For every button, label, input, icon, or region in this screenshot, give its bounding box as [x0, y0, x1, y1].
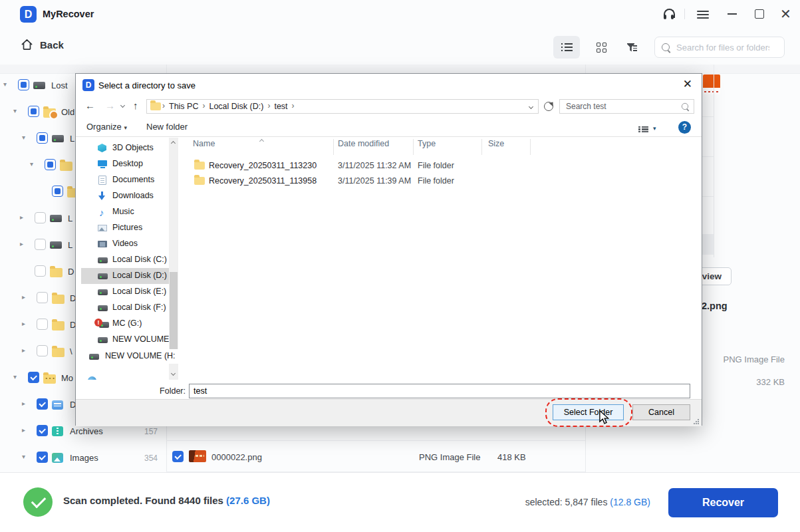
grid-view-button[interactable]: [588, 36, 614, 59]
checkbox[interactable]: [37, 452, 48, 463]
refresh-icon[interactable]: [544, 102, 553, 111]
view-options-icon[interactable]: [638, 125, 648, 134]
checkbox[interactable]: [37, 319, 48, 330]
dialog-search-input[interactable]: [565, 101, 681, 112]
tree-item[interactable]: Videos: [81, 236, 169, 252]
breadcrumb-local-disk-d[interactable]: Local Disk (D:): [209, 102, 263, 111]
dialog-close-button[interactable]: ✕: [683, 78, 692, 91]
column-header-size[interactable]: Size: [488, 139, 504, 148]
nav-forward-icon[interactable]: →: [105, 100, 115, 110]
drive-icon: [98, 257, 108, 263]
sidebar-item-label: Images: [70, 453, 98, 463]
expander-down-icon[interactable]: ▾: [22, 134, 25, 141]
checkbox[interactable]: [35, 212, 46, 223]
expander-right-icon[interactable]: ▸: [22, 347, 25, 354]
hamburger-menu-icon[interactable]: [697, 9, 709, 21]
tree-item[interactable]: MC (G:): [81, 316, 169, 332]
checkbox[interactable]: [37, 425, 48, 436]
tree-item[interactable]: Local Disk (C:): [81, 252, 169, 268]
tree-item[interactable]: Desktop: [81, 156, 169, 172]
checkbox[interactable]: [45, 159, 56, 170]
organize-menu[interactable]: Organize ▾: [86, 122, 127, 132]
expander-right-icon[interactable]: ▸: [22, 294, 25, 301]
breadcrumb-dropdown-icon[interactable]: [529, 104, 533, 109]
expander-right-icon[interactable]: ▸: [22, 427, 25, 434]
column-separator[interactable]: [333, 139, 334, 155]
search-input[interactable]: [675, 42, 771, 53]
pane-divider: [714, 65, 714, 257]
expander-down-icon[interactable]: ▾: [30, 161, 33, 168]
sidebar-item-label: Old: [61, 107, 74, 117]
column-separator[interactable]: [530, 139, 531, 155]
maximize-button[interactable]: [755, 9, 764, 19]
tree-scrollbar[interactable]: [169, 138, 178, 380]
checkbox[interactable]: [37, 398, 48, 410]
column-header-type[interactable]: Type: [418, 139, 436, 148]
sort-ascending-icon[interactable]: [259, 139, 264, 144]
close-button[interactable]: ✕: [780, 6, 791, 22]
expander-right-icon[interactable]: ▸: [22, 321, 25, 327]
tree-item-selected[interactable]: Local Disk (D:): [81, 268, 169, 284]
checkbox[interactable]: [28, 372, 39, 383]
column-header-date[interactable]: Date modified: [338, 139, 389, 148]
tree-item[interactable]: Pictures: [81, 220, 169, 236]
checkbox[interactable]: [35, 239, 46, 250]
breadcrumb-separator: ›: [162, 101, 165, 110]
list-view-button[interactable]: [553, 36, 580, 59]
help-icon[interactable]: ?: [678, 121, 691, 134]
scroll-down-icon[interactable]: [171, 371, 176, 376]
breadcrumb-bar[interactable]: › This PC › Local Disk (D:) › test ›: [146, 99, 539, 114]
checkbox[interactable]: [52, 186, 63, 197]
minimize-button[interactable]: [728, 13, 737, 15]
expander-down-icon[interactable]: ▾: [13, 374, 17, 380]
expander-right-icon[interactable]: ▸: [22, 400, 25, 407]
checkbox[interactable]: [18, 79, 29, 90]
column-header-name[interactable]: Name: [193, 139, 215, 148]
expander-down-icon[interactable]: ▾: [13, 108, 17, 114]
global-search: [654, 37, 785, 58]
expander-down-icon[interactable]: ▾: [22, 454, 25, 460]
checkbox[interactable]: [28, 106, 39, 117]
tree-item[interactable]: 3D Objects: [81, 140, 169, 156]
sidebar-item-images[interactable]: ▾ Images 354: [0, 449, 166, 466]
breadcrumb-this-pc[interactable]: This PC: [169, 102, 198, 111]
tree-item[interactable]: NEW VOLUME (H: [81, 332, 169, 348]
tree-item[interactable]: NEW VOLUME (H:: [81, 349, 188, 364]
checkbox[interactable]: [172, 451, 184, 462]
checkbox[interactable]: [35, 265, 46, 277]
tree-item[interactable]: Documents: [81, 172, 169, 188]
back-button[interactable]: Back: [20, 38, 64, 51]
select-folder-button[interactable]: Select Folder: [553, 404, 624, 420]
column-separator[interactable]: [481, 139, 482, 155]
resize-grip[interactable]: [694, 419, 699, 424]
column-separator[interactable]: [413, 139, 414, 155]
view-options-caret-icon[interactable]: ▾: [653, 125, 656, 132]
tree-item[interactable]: Local Disk (E:): [81, 284, 169, 300]
folder-name-input[interactable]: [189, 384, 690, 398]
breadcrumb-separator: ›: [202, 101, 205, 110]
breadcrumb-test[interactable]: test: [274, 102, 287, 111]
tree-item[interactable]: Local Disk (F:): [81, 300, 169, 316]
new-folder-button[interactable]: New folder: [146, 122, 188, 132]
nav-back-icon[interactable]: ←: [85, 100, 95, 110]
folder-icon: [194, 177, 205, 185]
nav-up-icon[interactable]: ↑: [133, 100, 138, 110]
expander-right-icon[interactable]: ▸: [20, 214, 23, 221]
tree-item[interactable]: Downloads: [81, 188, 169, 204]
scrollbar-thumb[interactable]: [170, 272, 178, 360]
checkbox[interactable]: [37, 132, 48, 144]
nav-history-chevron-icon[interactable]: [120, 103, 125, 108]
expander-right-icon[interactable]: ▸: [20, 241, 23, 247]
folder-clock-icon: [43, 108, 56, 118]
downloads-icon: [98, 192, 106, 201]
checkbox[interactable]: [37, 292, 48, 303]
scroll-up-icon[interactable]: [171, 141, 176, 146]
tree-item[interactable]: ♪Music: [81, 204, 169, 220]
recover-button[interactable]: Recover: [668, 488, 778, 517]
cancel-button[interactable]: Cancel: [632, 404, 690, 420]
expander-down-icon[interactable]: ▾: [3, 81, 7, 88]
tree-item[interactable]: [81, 372, 169, 380]
checkbox[interactable]: [37, 345, 48, 356]
filter-button[interactable]: [620, 36, 644, 59]
support-headset-icon[interactable]: [664, 9, 675, 19]
